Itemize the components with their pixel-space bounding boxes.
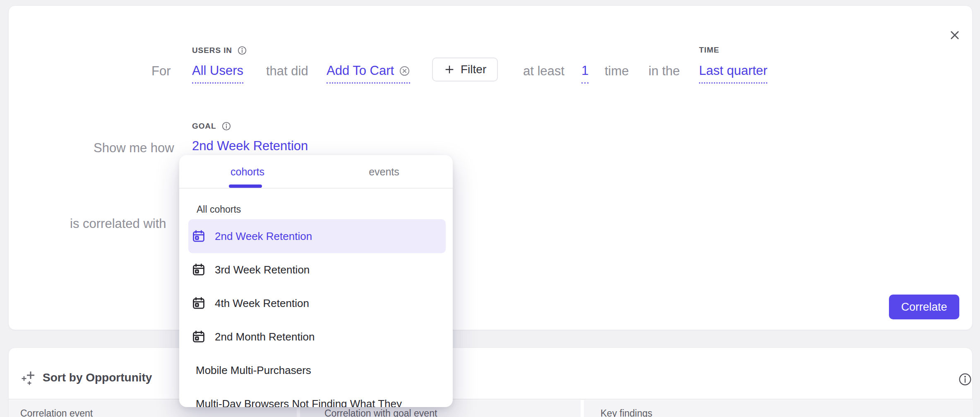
add-filter-button[interactable]: Filter [432,58,498,81]
time-range-selector[interactable]: Last quarter [699,63,767,84]
dropdown-item-multi-day-browsers[interactable]: Multi-Day Browsers Not Finding What They [188,387,446,407]
results-info-button[interactable] [956,371,974,388]
time-word-text: time [605,63,629,79]
dropdown-item-label: 2nd Month Retention [215,331,315,343]
dropdown-item-4th-week-retention[interactable]: 4th Week Retention [188,286,446,320]
tab-events-label: events [369,166,399,178]
dropdown-item-2nd-week-retention[interactable]: 2nd Week Retention [188,219,446,253]
users-in-field-label: USERS IN [192,46,247,55]
dropdown-item-label: Mobile Multi-Purchasers [196,364,311,377]
dropdown-item-3rd-week-retention[interactable]: 3rd Week Retention [188,253,446,287]
correlation-query-card: USERS IN For All Users that did Add To C… [8,5,973,330]
in-the-text: in the [649,63,680,79]
close-icon [949,29,961,41]
show-me-how-text: Show me how [94,140,174,156]
time-label-text: TIME [699,46,719,55]
goal-picker-dropdown: cohorts events All cohorts 2nd Week Rete… [179,155,453,407]
info-icon [958,372,972,386]
at-least-text: at least [523,63,564,79]
dropdown-item-2nd-month-retention[interactable]: 2nd Month Retention [188,320,446,354]
event-selector-label: Add To Cart [327,63,394,78]
for-text: For [151,63,171,79]
calendar-icon [192,229,206,243]
goal-field-label: GOAL [192,121,231,131]
dropdown-item-label: 3rd Week Retention [215,264,310,276]
filter-button-label: Filter [461,63,486,76]
dropdown-item-mobile-multi-purchasers[interactable]: Mobile Multi-Purchasers [188,353,446,387]
cohort-selector[interactable]: All Users [192,63,243,84]
tab-cohorts[interactable]: cohorts [179,155,316,188]
dropdown-item-label: Multi-Day Browsers Not Finding What They [196,398,402,407]
dropdown-item-label: 4th Week Retention [215,297,309,310]
dropdown-item-label: 2nd Week Retention [215,230,312,243]
info-icon[interactable] [221,121,231,131]
correlate-button[interactable]: Correlate [889,295,959,319]
sparkle-plus-icon [20,369,37,387]
calendar-icon [192,296,206,310]
active-tab-indicator [229,185,262,188]
is-correlated-with-text: is correlated with [70,216,166,232]
close-button[interactable] [946,26,964,44]
plus-icon [444,64,455,75]
count-selector[interactable]: 1 [581,63,588,84]
dropdown-tabs-divider [179,188,453,189]
sort-button-label: Sort by Opportunity [43,371,152,384]
calendar-icon [192,263,206,277]
tab-events[interactable]: events [316,155,452,188]
that-did-text: that did [266,63,308,79]
results-divider [9,399,972,400]
time-field-label: TIME [699,46,719,55]
goal-label-text: GOAL [192,122,216,131]
users-in-label-text: USERS IN [192,46,232,55]
calendar-icon [192,330,206,344]
tab-cohorts-label: cohorts [231,166,264,178]
cohort-section-label: All cohorts [197,204,241,215]
column-header-key-findings: Key findings [584,400,973,417]
correlation-results-card: Sort by Opportunity Correlation event Co… [8,348,973,417]
sort-by-opportunity-button[interactable]: Sort by Opportunity [20,369,152,387]
info-icon[interactable] [237,46,247,55]
event-selector[interactable]: Add To Cart [327,63,410,84]
remove-event-icon[interactable] [399,65,410,77]
